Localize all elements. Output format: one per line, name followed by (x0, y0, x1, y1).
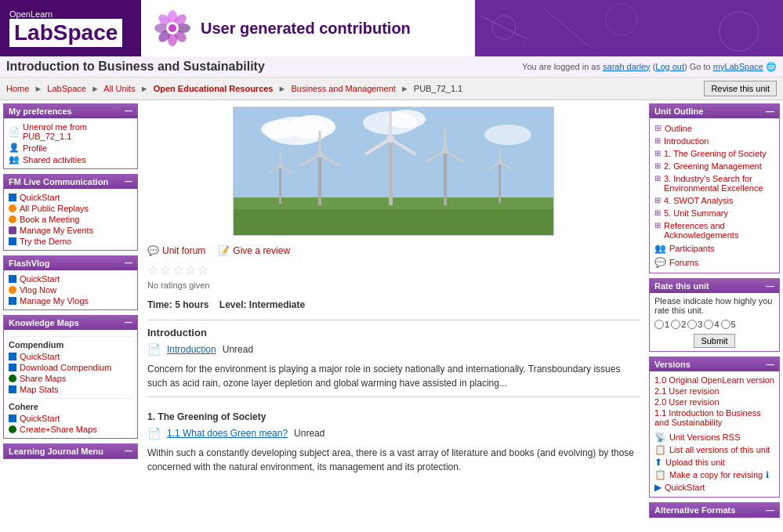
rate-header[interactable]: Rate this unit — (650, 279, 779, 293)
username-link[interactable]: sarah darley (603, 62, 651, 71)
make-copy-link[interactable]: Make a copy for revising (669, 470, 763, 480)
left-sidebar: My preferences — 📄 Unenrol me from PUB_7… (0, 100, 141, 526)
submit-rate-button[interactable]: Submit (694, 334, 734, 348)
sidebar-item-map-stats[interactable]: Map Stats (9, 384, 132, 395)
star-1[interactable]: ☆ (147, 262, 158, 277)
version-3-link[interactable]: 2.0 User revision (654, 397, 720, 407)
flashvlog-header[interactable]: FlashVlog — (4, 256, 137, 270)
sidebar-item-try-demo[interactable]: Try the Demo (9, 236, 132, 247)
green-link[interactable]: 1.1 What does Green mean? (167, 428, 288, 439)
sidebar-item-unenrol[interactable]: 📄 Unenrol me from PUB_72_1.1 (9, 121, 132, 142)
labspace-link[interactable]: LabSpace (47, 84, 86, 93)
logout-link[interactable]: Log out (655, 62, 684, 71)
sidebar-item-quickstart-comp[interactable]: QuickStart (9, 351, 132, 362)
expand-icon-3[interactable]: ⊞ (654, 161, 661, 170)
business-link[interactable]: Business and Management (292, 84, 396, 93)
preferences-content: 📄 Unenrol me from PUB_72_1.1 👤 Profile 👥… (4, 118, 137, 168)
rate-4[interactable]: 4 (704, 320, 719, 329)
versions-content: 1.0 Original OpenLearn version 2.1 User … (650, 371, 779, 497)
outline-refs-link[interactable]: References and Acknowledgements (664, 221, 774, 240)
fm-header[interactable]: FM Live Communication — (4, 175, 137, 189)
star-5[interactable]: ☆ (198, 262, 208, 277)
rate-collapse-icon[interactable]: — (766, 281, 774, 291)
expand-icon-6[interactable]: ⊞ (654, 208, 661, 217)
star-2[interactable]: ☆ (160, 262, 171, 277)
flashvlog-collapse-icon[interactable]: — (125, 259, 132, 268)
rss-icon: 📡 (654, 432, 666, 443)
all-units-link[interactable]: All Units (103, 84, 135, 93)
sidebar-item-manage-vlogs[interactable]: Manage My Vlogs (9, 295, 132, 306)
rss-link[interactable]: Unit Versions RSS (669, 432, 740, 442)
quickstart-versions-link[interactable]: QuickStart (665, 483, 705, 492)
sidebar-item-quickstart-fm[interactable]: QuickStart (9, 192, 132, 203)
outline-summary-link[interactable]: 5. Unit Summary (664, 208, 728, 218)
knowledge-maps-header[interactable]: Knowledge Maps — (4, 316, 137, 330)
revise-button[interactable]: Revise this unit (704, 81, 777, 96)
outline-item-swot: ⊞ 4. SWOT Analysis (654, 194, 774, 207)
versions-header[interactable]: Versions — (650, 357, 779, 371)
outline-header[interactable]: Unit Outline — (650, 104, 779, 118)
participants-link[interactable]: Participants (669, 244, 714, 253)
star-rating[interactable]: ☆ ☆ ☆ ☆ ☆ (147, 262, 640, 277)
km-collapse-icon[interactable]: — (125, 318, 132, 328)
greening-item: 📄 1.1 What does Green mean? Unread (147, 427, 640, 440)
green-status: Unread (294, 428, 324, 439)
versions-section: Versions — 1.0 Original OpenLearn versio… (649, 356, 780, 498)
rate-5[interactable]: 5 (721, 320, 736, 329)
home-link[interactable]: Home (6, 84, 29, 93)
sidebar-item-profile[interactable]: 👤 Profile (9, 142, 132, 154)
upload-link[interactable]: Upload this unit (665, 458, 725, 467)
give-review-action[interactable]: 📝 Give a review (218, 245, 290, 256)
mylabspace-link[interactable]: myLabSpace (713, 62, 763, 71)
fm-collapse-icon[interactable]: — (125, 177, 132, 186)
alt-formats-header[interactable]: Alternative Formats — (650, 503, 779, 517)
collapse-icon[interactable]: — (125, 107, 132, 116)
introduction-link[interactable]: Introduction (167, 344, 216, 355)
top-bar: Introduction to Business and Sustainabil… (0, 56, 783, 78)
outline-link[interactable]: Outline (665, 124, 692, 133)
star-3[interactable]: ☆ (172, 262, 183, 277)
alt-collapse-icon[interactable]: — (766, 505, 774, 515)
sidebar-item-quickstart-fv[interactable]: QuickStart (9, 273, 132, 284)
expand-icon-2[interactable]: ⊞ (654, 149, 661, 157)
sidebar-item-vlog-now[interactable]: Vlog Now (9, 284, 132, 295)
version-1-link[interactable]: 1.0 Original OpenLearn version (654, 375, 774, 385)
upload-icon: ⬆ (654, 457, 662, 468)
outline-green-mgmt-link[interactable]: 2. Greening Management (664, 161, 762, 171)
rate-2[interactable]: 2 (671, 320, 686, 329)
sidebar-item-share-maps[interactable]: Share Maps (9, 373, 132, 384)
lj-collapse-icon[interactable]: — (125, 447, 132, 456)
expand-icon-5[interactable]: ⊞ (654, 196, 661, 204)
rate-text: Please indicate how highly you rate this… (654, 296, 774, 315)
expand-icon-1[interactable]: ⊞ (654, 136, 661, 145)
oer-link[interactable]: Open Educational Resources (154, 84, 274, 93)
outline-greening-link[interactable]: 1. The Greening of Society (664, 149, 767, 158)
sidebar-item-quickstart-cohere[interactable]: QuickStart (9, 413, 132, 424)
sidebar-item-download-compendium[interactable]: Download Compendium (9, 362, 132, 373)
greening-section: 1. The Greening of Society 📄 1.1 What do… (147, 396, 640, 474)
outline-intro-link[interactable]: Introduction (664, 136, 709, 146)
list-versions-link[interactable]: List all versions of this unit (669, 445, 770, 454)
unit-forum-action[interactable]: 💬 Unit forum (147, 245, 205, 256)
sidebar-item-book-meeting[interactable]: Book a Meeting (9, 214, 132, 225)
expand-icon-7[interactable]: ⊞ (654, 221, 661, 230)
outline-industry-link[interactable]: 3. Industry's Search for Environmental E… (664, 174, 774, 193)
doc-icon: 📄 (9, 127, 20, 137)
sidebar-item-shared[interactable]: 👥 Shared activities (9, 154, 132, 165)
learning-journal-header[interactable]: Learning Journal Menu — (4, 444, 137, 458)
sidebar-item-manage-events[interactable]: Manage My Events (9, 225, 132, 236)
preferences-header[interactable]: My preferences — (4, 104, 137, 118)
sidebar-item-public-replays[interactable]: All Public Replays (9, 203, 132, 214)
sidebar-item-create-share[interactable]: Create+Share Maps (9, 424, 132, 435)
rate-1[interactable]: 1 (654, 320, 669, 329)
version-4-link[interactable]: 1.1 Introduction to Business and Sustain… (654, 408, 774, 427)
outline-collapse-icon[interactable]: — (766, 107, 774, 116)
expand-icon-4[interactable]: ⊞ (654, 174, 661, 183)
svg-rect-31 (389, 139, 393, 205)
version-2-link[interactable]: 2.1 User revision (654, 386, 720, 396)
forums-link[interactable]: Forums (669, 258, 698, 267)
versions-collapse-icon[interactable]: — (766, 360, 774, 369)
star-4[interactable]: ☆ (185, 262, 196, 277)
rate-3[interactable]: 3 (687, 320, 702, 329)
outline-swot-link[interactable]: 4. SWOT Analysis (664, 196, 733, 205)
